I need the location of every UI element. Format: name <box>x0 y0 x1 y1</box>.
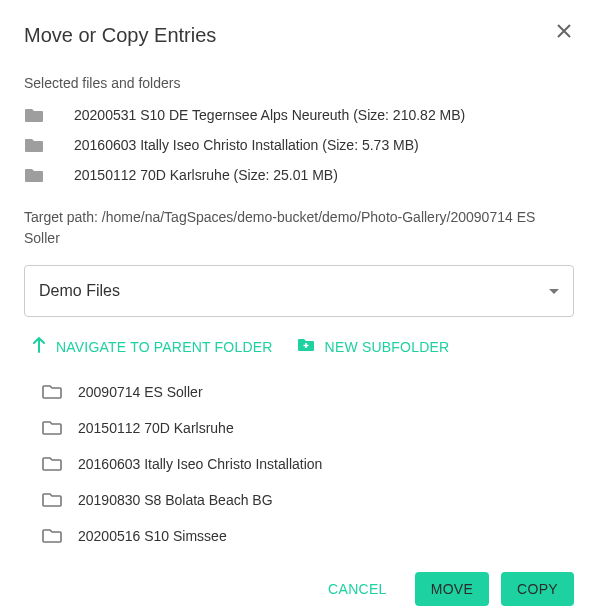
new-subfolder-label: NEW SUBFOLDER <box>325 339 450 355</box>
folder-list-item[interactable]: 20160603 Itally Iseo Christo Installatio… <box>24 446 574 482</box>
folder-outline-icon <box>42 492 62 508</box>
folder-icon <box>24 137 44 153</box>
folder-icon <box>24 167 44 183</box>
folder-outline-icon <box>42 528 62 544</box>
target-path: Target path: /home/na/TagSpaces/demo-buc… <box>24 207 574 249</box>
move-button[interactable]: MOVE <box>415 572 489 606</box>
selected-item-label: 20160603 Itally Iseo Christo Installatio… <box>74 137 419 153</box>
close-icon[interactable] <box>554 20 574 44</box>
folder-plus-icon <box>297 337 315 356</box>
folder-list: 20090714 ES Soller 20150112 70D Karlsruh… <box>24 374 574 554</box>
target-path-label: Target path: <box>24 209 102 225</box>
navigate-parent-button[interactable]: NAVIGATE TO PARENT FOLDER <box>32 337 273 356</box>
location-select[interactable]: Demo Files <box>24 265 574 317</box>
folder-action-row: NAVIGATE TO PARENT FOLDER NEW SUBFOLDER <box>24 331 574 374</box>
selected-item: 20200531 S10 DE Tegernsee Alps Neureuth … <box>24 107 574 123</box>
folder-list-item[interactable]: 20090714 ES Soller <box>24 374 574 410</box>
folder-icon <box>24 107 44 123</box>
selected-item: 20160603 Itally Iseo Christo Installatio… <box>24 137 574 153</box>
selected-files-list: 20200531 S10 DE Tegernsee Alps Neureuth … <box>24 107 574 183</box>
new-subfolder-button[interactable]: NEW SUBFOLDER <box>297 337 450 356</box>
folder-outline-icon <box>42 384 62 400</box>
folder-list-item-label: 20190830 S8 Bolata Beach BG <box>78 492 273 508</box>
selected-item: 20150112 70D Karlsruhe (Size: 25.01 MB) <box>24 167 574 183</box>
selected-files-label: Selected files and folders <box>24 75 574 91</box>
folder-list-item[interactable]: 20190830 S8 Bolata Beach BG <box>24 482 574 518</box>
folder-list-item-label: 20200516 S10 Simssee <box>78 528 227 544</box>
folder-list-item-label: 20160603 Itally Iseo Christo Installatio… <box>78 456 322 472</box>
folder-outline-icon <box>42 456 62 472</box>
folder-list-item-label: 20150112 70D Karlsruhe <box>78 420 234 436</box>
folder-list-item[interactable]: 20150112 70D Karlsruhe <box>24 410 574 446</box>
move-copy-dialog: Move or Copy Entries Selected files and … <box>0 0 598 609</box>
dialog-header: Move or Copy Entries <box>24 24 574 47</box>
location-select-value: Demo Files <box>39 282 120 300</box>
dialog-title: Move or Copy Entries <box>24 24 216 47</box>
selected-item-label: 20200531 S10 DE Tegernsee Alps Neureuth … <box>74 107 465 123</box>
folder-outline-icon <box>42 420 62 436</box>
dialog-footer: CANCEL MOVE COPY <box>24 554 574 606</box>
arrow-up-icon <box>32 337 46 356</box>
copy-button[interactable]: COPY <box>501 572 574 606</box>
chevron-down-icon <box>549 289 559 294</box>
cancel-button[interactable]: CANCEL <box>312 572 403 606</box>
selected-item-label: 20150112 70D Karlsruhe (Size: 25.01 MB) <box>74 167 338 183</box>
folder-list-item[interactable]: 20200516 S10 Simssee <box>24 518 574 554</box>
navigate-parent-label: NAVIGATE TO PARENT FOLDER <box>56 339 273 355</box>
folder-list-item-label: 20090714 ES Soller <box>78 384 203 400</box>
